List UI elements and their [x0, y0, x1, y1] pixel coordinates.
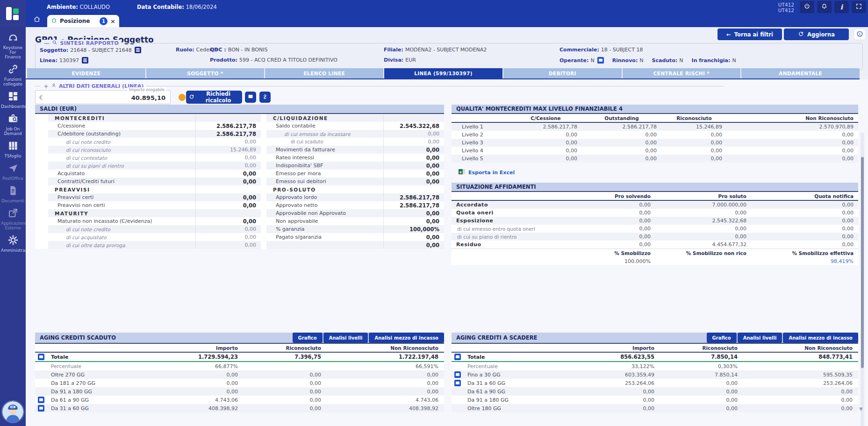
expand-icon[interactable]: + — [43, 83, 49, 90]
fullscreen-button[interactable] — [852, 1, 866, 13]
m-badge-icon[interactable] — [452, 371, 464, 378]
saldi-row: di cui oltre data proroga0,000,00 — [35, 241, 444, 249]
qualita-cell: 0,00 — [727, 132, 858, 138]
tab-centrale-rischi[interactable]: CENTRALE RISCHI * — [623, 68, 741, 78]
divisa-value: EUR — [405, 57, 416, 63]
vertical-scrollbar[interactable] — [861, 133, 864, 426]
sidebar-item-job-on-demand[interactable]: Job On Demand — [0, 113, 26, 136]
help-button[interactable]: i — [834, 1, 849, 13]
saldi-value: 0,00 — [195, 217, 261, 225]
m-badge-icon[interactable] — [452, 354, 464, 360]
affidamenti-cell: 4.454.677,32 — [655, 241, 751, 248]
saldi-title-bar: SALDI (EUR) — [35, 105, 444, 114]
qualita-col: C/Cessione — [509, 115, 582, 121]
tab-andamentale[interactable]: ANDAMENTALE — [741, 68, 860, 78]
status-dot-orange — [179, 94, 186, 101]
close-icon[interactable]: × — [110, 18, 115, 24]
sidebar-item-amministrazione[interactable]: Amministrazione — [0, 234, 26, 253]
aging-row: Totale856.623,557.850,14848.773,41 — [452, 353, 858, 362]
aging-cell: 0,00 — [743, 397, 858, 403]
aging-cell: 0,00 — [327, 380, 444, 386]
aging-row: Totale1.729.594,237.396,751.722.197,48 — [35, 353, 444, 362]
section-tabs: EVIDENZESOGGETTO *ELENCO LINEELINEA (599… — [27, 68, 860, 78]
torna-ai-filtri-button[interactable]: ←Torna ai filtri — [717, 28, 782, 40]
m-badge-icon[interactable] — [35, 397, 47, 403]
affidamenti-cell: 0,00 — [751, 234, 858, 240]
tab-debitori[interactable]: DEBITORI — [503, 68, 622, 78]
window-tab-posizione[interactable]: Posizione 1 × — [47, 15, 119, 27]
link-chain-icon — [262, 93, 268, 101]
m-badge-icon[interactable] — [35, 405, 47, 412]
qualita-table: C/CessioneOutstandingRiconosciutoNon Ric… — [452, 114, 858, 163]
notifications-button[interactable] — [817, 1, 832, 13]
tab-evidenze[interactable]: EVIDENZE — [27, 68, 145, 78]
aging-button-grafico[interactable]: Grafico — [707, 333, 737, 343]
esporta-excel-link[interactable]: x Esporta in Excel — [452, 168, 858, 177]
m-badge-icon[interactable] — [35, 354, 47, 360]
importo-erogabile-label: Importo erogabile — [127, 87, 166, 92]
scrollbar-thumb[interactable] — [861, 157, 864, 368]
tab-elenco-linee[interactable]: ELENCO LINEE — [265, 68, 383, 78]
sidebar-item-applicazioni-esterne[interactable]: Applicazioni Esterne — [0, 207, 26, 230]
sidebar-item-dashboards[interactable]: Dashboards — [0, 91, 26, 109]
saldi-label: % garanzia — [266, 225, 383, 233]
m-badge-icon[interactable] — [452, 380, 464, 386]
aging-cell: 0,00 — [567, 405, 660, 412]
affidamenti-cell: 7.000.000,00 — [655, 202, 751, 208]
person-icon — [51, 83, 57, 90]
saldi-label: Preavvisi non certi — [48, 201, 195, 209]
saldi-row: C/cessione2.586.217,78Saldo contabile2.5… — [35, 122, 444, 130]
prodotto-value: 599 - ACQ CRED A TITOLO DEFINITIVO — [239, 57, 337, 63]
importo-erogabile-input[interactable] — [71, 92, 169, 104]
refresh-icon — [189, 94, 194, 101]
open-book-button[interactable] — [245, 92, 256, 103]
aging-row-label: Da 61 a 90 GG — [47, 397, 150, 403]
aging-button-analisi-livelli[interactable]: Analisi livelli — [738, 333, 782, 343]
richiedi-ricalcolo-button[interactable]: Richiedi ricalcolo — [186, 91, 242, 104]
aging-cell: 595.509,35 — [743, 372, 858, 378]
saldi-section: SALDI (EUR) MONTECREDITIC/LIQUIDAZIONEC/… — [35, 105, 444, 249]
saldi-label: di cui su piani di rientro — [48, 162, 195, 170]
saldi-row: C/debitore (outstanding)2.586.217,78di c… — [35, 130, 444, 138]
scroll-down-icon[interactable]: ▼ — [859, 406, 863, 412]
subject-detail-icon[interactable] — [135, 47, 141, 53]
sidebar-item-funzioni-collegate[interactable]: Funzioni collegate — [0, 64, 26, 86]
tab-soggetto[interactable]: SOGGETTO * — [146, 68, 265, 78]
app-logo[interactable] — [0, 0, 26, 27]
aggiorna-button[interactable]: Aggiorna — [784, 28, 849, 40]
situazione-affidamenti-section: SITUAZIONE AFFIDAMENTI Pro solvendoPro s… — [452, 183, 858, 265]
page-info-button[interactable] — [854, 28, 866, 40]
smobilizzo-values: 100,000%98,419% — [452, 257, 858, 265]
affidamenti-cell: 0,00 — [655, 210, 751, 216]
logout-button[interactable] — [800, 1, 814, 13]
aging-cell: 66,591% — [327, 363, 444, 369]
qualita-cell: 0,00 — [509, 132, 582, 138]
saldi-label: Emesso per mora — [266, 170, 383, 178]
aging-row-label: Da 31 a 60 GG — [464, 380, 567, 386]
sidebar-item-documenti[interactable]: Documenti — [0, 185, 26, 203]
aging-button-analisi-mezzo-di-incasso[interactable]: Analisi mezzo di incasso — [783, 333, 858, 343]
saldi-label — [266, 241, 383, 249]
saldi-row: MATURITYApprovabile non Approvato0,00 — [35, 209, 444, 217]
aging-button-analisi-mezzo-di-incasso[interactable]: Analisi mezzo di incasso — [369, 333, 444, 343]
sidebar-item-postoffice[interactable]: PostOffice — [0, 163, 26, 181]
aging-cell: 4.743,06 — [150, 397, 244, 403]
book-badge-icon[interactable] — [597, 57, 604, 64]
aging-button-analisi-livelli[interactable]: Analisi livelli — [323, 333, 368, 343]
tab-linea-599-130397[interactable]: LINEA (599/130397) — [384, 68, 502, 78]
sidebar-item-tsfoglio[interactable]: TSfoglio — [0, 140, 26, 158]
user-avatar[interactable]: KF — [2, 401, 23, 422]
aging-cell: 603.359,49 — [567, 372, 660, 378]
aging-cell: 0,00 — [244, 405, 327, 412]
saldi-row: di cui note credito0,00% garanzia100,000… — [35, 225, 444, 233]
aging-cell: 7.850,14 — [660, 354, 743, 360]
aging-row: Percentuale66,877%66,591% — [35, 362, 444, 370]
collapse-icon[interactable]: — — [44, 40, 50, 47]
link-button[interactable] — [259, 92, 271, 103]
home-button[interactable] — [30, 15, 43, 25]
aging-button-grafico[interactable]: Grafico — [293, 333, 323, 343]
linea-detail-icon[interactable] — [82, 57, 88, 64]
saldi-label: di cui oltre data proroga — [48, 241, 195, 249]
qualita-cell: 0,00 — [661, 148, 727, 154]
sidebar-item-keystone-for-finance[interactable]: Keystone For Finance — [0, 32, 26, 59]
